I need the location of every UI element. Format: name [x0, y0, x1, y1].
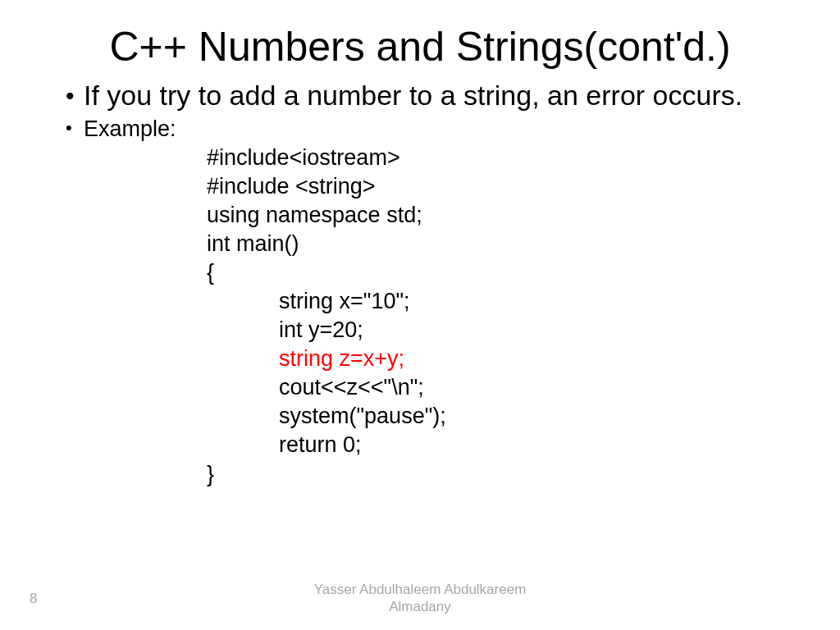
slide-title: C++ Numbers and Strings(cont'd.) [57, 23, 783, 71]
code-line: #include <string> [207, 172, 783, 201]
code-line: #include<iostream> [207, 144, 783, 172]
code-block: #include<iostream> #include <string> usi… [207, 144, 783, 489]
code-line: } [207, 460, 783, 489]
slide: C++ Numbers and Strings(cont'd.) If you … [0, 0, 840, 630]
footer-author-line1: Yasser Abdulhaleem Abdulkareem [0, 581, 840, 598]
footer-author-line2: Almadany [0, 598, 840, 615]
bullet-list: If you try to add a number to a string, … [57, 79, 783, 489]
footer-page-number: 8 [30, 591, 37, 607]
bullet-item-2-label: Example: [84, 116, 176, 141]
code-line: int main() [207, 230, 783, 258]
code-line: return 0; [279, 431, 783, 459]
code-line: string x="10"; [279, 287, 783, 316]
code-inner-block: string x="10"; int y=20; string z=x+y; c… [279, 287, 783, 460]
code-line: cout<<z<<"\n"; [279, 373, 783, 402]
code-line: int y=20; [279, 316, 783, 345]
bullet-item-1: If you try to add a number to a string, … [57, 79, 783, 112]
code-line-error: string z=x+y; [279, 345, 783, 373]
footer-author: Yasser Abdulhaleem Abdulkareem Almadany [0, 581, 840, 616]
code-line: { [207, 258, 783, 287]
bullet-item-2: Example: #include<iostream> #include <st… [57, 116, 783, 489]
code-line: using namespace std; [207, 201, 783, 230]
code-line: system("pause"); [279, 402, 783, 431]
